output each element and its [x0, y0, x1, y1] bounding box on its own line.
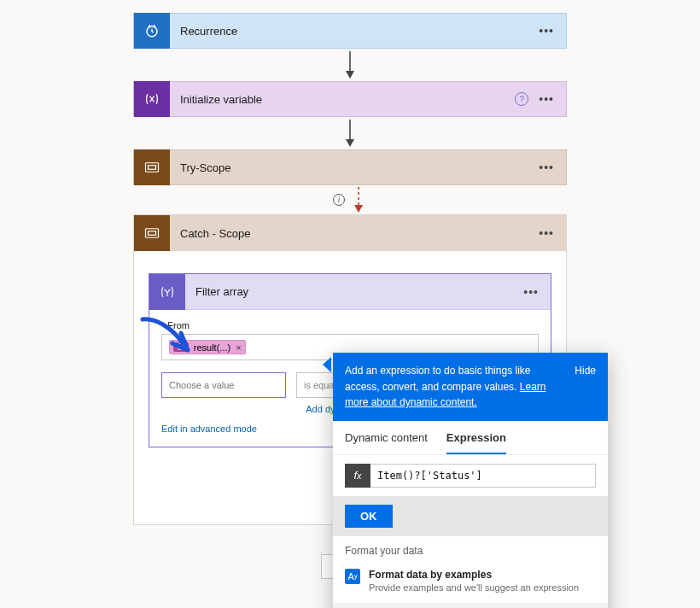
edit-advanced-mode-link[interactable]: Edit in advanced mode: [161, 424, 257, 434]
format-by-examples-item[interactable]: Ay Format data by examples Provide examp…: [333, 562, 608, 603]
scope-icon: [134, 215, 170, 251]
recurrence-step[interactable]: Recurrence •••: [133, 13, 567, 49]
svg-rect-6: [149, 166, 156, 170]
more-icon[interactable]: •••: [539, 226, 554, 240]
hide-flyout-link[interactable]: Hide: [575, 363, 596, 411]
arrow-down-dashed-icon: [350, 187, 367, 213]
svg-marker-4: [346, 139, 354, 147]
expression-flyout: Add an expression to do basic things lik…: [333, 353, 608, 608]
catchscope-title: Catch - Scope: [170, 227, 539, 240]
arrow-down-icon: [341, 118, 359, 149]
try-scope-step[interactable]: Try-Scope •••: [133, 149, 567, 185]
svg-marker-8: [354, 205, 363, 213]
section-format-header: Format your data: [345, 545, 423, 557]
info-icon[interactable]: i: [333, 194, 345, 206]
filter-icon: [149, 274, 185, 310]
svg-marker-2: [346, 71, 354, 79]
initialize-variable-step[interactable]: Initialize variable ? •••: [133, 81, 567, 117]
fx-icon: fx: [173, 342, 189, 352]
tab-expression[interactable]: Expression: [446, 431, 506, 454]
flyout-banner-text: Add an expression to do basic things lik…: [345, 365, 530, 393]
tab-dynamic-content[interactable]: Dynamic content: [345, 431, 428, 454]
arrow-down-icon: [341, 50, 359, 80]
format-item-title: Format data by examples: [369, 569, 579, 582]
tryscope-title: Try-Scope: [170, 161, 539, 174]
scope-icon: [134, 149, 170, 185]
flyout-caret-icon: [323, 357, 331, 372]
more-icon[interactable]: •••: [539, 92, 554, 106]
format-item-sub: Provide examples and we'll suggest an ex…: [369, 582, 579, 593]
value-left-input[interactable]: [161, 372, 286, 398]
token-text: result(...): [194, 342, 230, 353]
remove-token-icon[interactable]: ×: [236, 342, 241, 353]
recurrence-title: Recurrence: [170, 25, 539, 38]
help-icon[interactable]: ?: [515, 92, 528, 106]
from-label: From: [161, 320, 539, 330]
expression-input[interactable]: [370, 464, 596, 488]
filter-title: Filter array: [185, 285, 523, 298]
flyout-banner: Add an expression to do basic things lik…: [333, 353, 608, 421]
initvar-title: Initialize variable: [170, 93, 515, 106]
more-icon[interactable]: •••: [523, 285, 539, 299]
clock-icon: [134, 13, 170, 49]
more-icon[interactable]: •••: [539, 161, 554, 174]
ok-button[interactable]: OK: [345, 505, 393, 528]
more-icon[interactable]: •••: [539, 24, 554, 38]
format-icon: Ay: [345, 569, 360, 584]
fx-icon: fx: [345, 464, 370, 488]
expression-token[interactable]: fx result(...) ×: [169, 340, 246, 354]
svg-rect-10: [149, 231, 156, 236]
svg-rect-9: [146, 229, 159, 238]
filter-array-header[interactable]: Filter array •••: [149, 274, 551, 310]
variable-icon: [134, 81, 170, 117]
catch-scope-header[interactable]: Catch - Scope •••: [134, 215, 566, 251]
svg-rect-5: [146, 163, 159, 172]
